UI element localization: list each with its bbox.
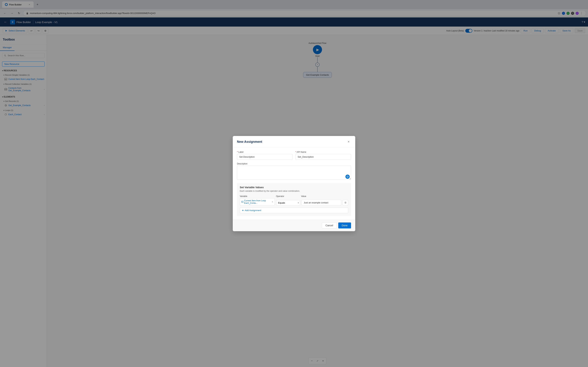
api-name-input[interactable] (295, 154, 351, 160)
label-input[interactable] (237, 154, 293, 160)
add-assignment-label: Add Assignment (245, 209, 261, 212)
description-group: Description (237, 163, 351, 180)
modal-footer: Cancel Done (233, 219, 355, 231)
label-field-label: * Label (237, 151, 293, 153)
variable-column-label: Variable (240, 195, 275, 198)
operator-select-wrapper: Equals Add Subtract Multiply Divide ▾ (276, 200, 300, 206)
variable-col-value (302, 200, 341, 206)
textarea-wrapper (237, 166, 351, 180)
add-icon: + (242, 209, 244, 212)
value-column-label: Value (301, 195, 341, 198)
add-assignment-button[interactable]: + Add Assignment (240, 208, 348, 213)
value-col-header: Value (301, 195, 341, 198)
set-variable-title: Set Variable Values (240, 186, 348, 189)
label-required-star: * (237, 151, 238, 153)
set-variable-section: Set Variable Values Each variable is mod… (237, 183, 351, 216)
variable-type-icon: Aa (241, 201, 243, 203)
modal-overlay: New Assignment × * Label * API Name (0, 0, 588, 367)
modal: New Assignment × * Label * API Name (233, 136, 355, 231)
variable-tag[interactable]: Aa Current Item from Loop Each_Conta... … (240, 198, 275, 206)
operator-select[interactable]: Equals Add Subtract Multiply Divide (276, 200, 300, 206)
delete-row-button[interactable] (343, 200, 348, 206)
api-name-field-label: * API Name (295, 151, 351, 153)
variable-column-headers: Variable Operator Value (240, 195, 348, 198)
variable-row: Aa Current Item from Loop Each_Conta... … (240, 198, 348, 206)
description-textarea[interactable] (237, 166, 351, 180)
modal-close-button[interactable]: × (346, 140, 351, 144)
operator-column-label: Operator (276, 195, 300, 198)
variable-col-header: Variable (240, 195, 275, 198)
variable-tag-close-icon[interactable]: × (272, 200, 273, 203)
svg-text:Aa: Aa (242, 201, 243, 202)
variable-col-operator: Equals Add Subtract Multiply Divide ▾ (276, 200, 300, 206)
trash-icon (344, 201, 347, 204)
label-apiname-row: * Label * API Name (237, 151, 351, 160)
variable-col-variable: Aa Current Item from Loop Each_Conta... … (240, 198, 275, 206)
modal-title: New Assignment (237, 140, 262, 144)
operator-col-header: Operator (276, 195, 300, 198)
label-field-group: * Label (237, 151, 293, 160)
modal-body: * Label * API Name Description (233, 147, 355, 219)
value-input[interactable] (302, 200, 341, 206)
cancel-button[interactable]: Cancel (322, 223, 337, 228)
api-name-field-group: * API Name (295, 151, 351, 160)
modal-header: New Assignment × (233, 136, 355, 147)
api-name-required-star: * (295, 151, 296, 153)
ai-assist-button[interactable] (346, 175, 350, 179)
variable-col-delete (343, 200, 348, 206)
done-button[interactable]: Done (338, 223, 351, 228)
set-variable-description: Each variable is modified by the operato… (240, 190, 348, 192)
description-label: Description (237, 163, 351, 165)
